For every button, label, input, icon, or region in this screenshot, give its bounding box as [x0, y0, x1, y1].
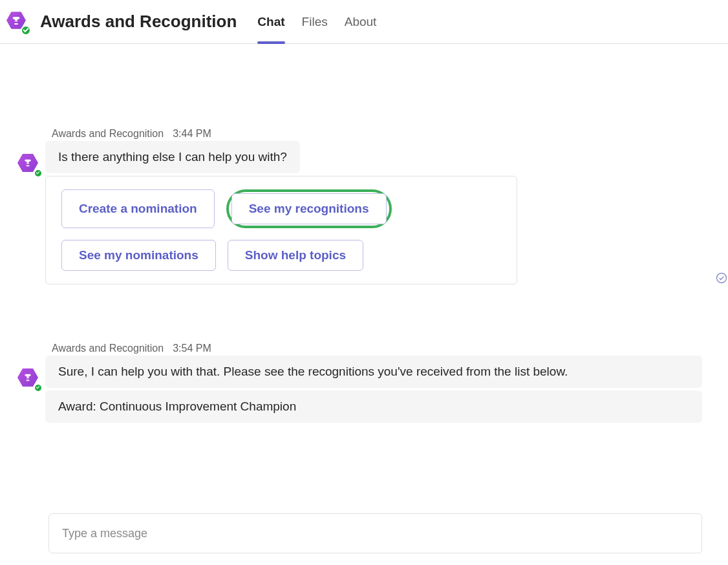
message-avatar-column [13, 343, 45, 423]
read-receipt-icon [715, 272, 728, 284]
message-content: Awards and Recognition 3:44 PM Is there … [45, 128, 702, 284]
page-title: Awards and Recognition [40, 12, 237, 32]
create-nomination-button[interactable]: Create a nomination [61, 189, 215, 228]
message-time: 3:54 PM [173, 343, 211, 354]
presence-available-icon [34, 169, 43, 178]
presence-available-icon [21, 25, 31, 36]
compose-box[interactable] [48, 513, 702, 553]
tab-about[interactable]: About [345, 0, 377, 43]
actions-card: Create a nomination See my recognitions … [45, 176, 517, 284]
svg-point-0 [717, 273, 727, 283]
message-time: 3:44 PM [173, 128, 211, 140]
tab-files[interactable]: Files [302, 0, 328, 43]
app-avatar [6, 11, 28, 33]
message-meta: Awards and Recognition 3:54 PM [45, 343, 702, 354]
message-block: Awards and Recognition 3:54 PM Sure, I c… [13, 343, 702, 423]
message-avatar-column [13, 128, 45, 284]
see-my-nominations-button[interactable]: See my nominations [61, 240, 216, 271]
header-bar: Awards and Recognition Chat Files About [0, 0, 728, 44]
message-bubble: Sure, I can help you with that. Please s… [45, 356, 702, 388]
message-block: Awards and Recognition 3:44 PM Is there … [13, 128, 702, 284]
award-line: Award: Continuous Improvement Champion [45, 390, 702, 423]
tab-list: Chat Files About [257, 0, 376, 43]
tab-chat[interactable]: Chat [257, 0, 284, 43]
see-my-recognitions-button[interactable]: See my recognitions [231, 193, 387, 224]
message-sender: Awards and Recognition [52, 343, 164, 354]
message-meta: Awards and Recognition 3:44 PM [45, 128, 702, 140]
message-input[interactable] [62, 527, 689, 540]
message-sender: Awards and Recognition [52, 128, 164, 140]
message-content: Awards and Recognition 3:54 PM Sure, I c… [45, 343, 702, 423]
highlight-annotation: See my recognitions [226, 189, 392, 228]
bot-avatar [17, 367, 41, 390]
show-help-topics-button[interactable]: Show help topics [228, 240, 363, 271]
message-bubble: Is there anything else I can help you wi… [45, 141, 300, 173]
bot-avatar [17, 153, 41, 176]
chat-scroll-area: Awards and Recognition 3:44 PM Is there … [0, 44, 728, 423]
presence-available-icon [34, 383, 43, 392]
